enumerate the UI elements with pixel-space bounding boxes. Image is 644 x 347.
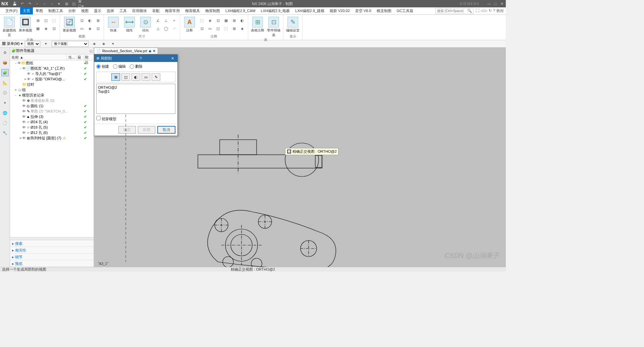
ribbon-icon[interactable]: ⬚ [198, 17, 206, 24]
ribbon-icon[interactable]: ⊞ [34, 17, 42, 24]
menu-file[interactable]: 文件(F) [3, 7, 20, 14]
search-box[interactable]: 🔍 [435, 8, 474, 14]
ribbon-icon[interactable]: ∠ [154, 17, 162, 24]
menu-lxh1[interactable]: LXH编程2.9_CAM [223, 7, 258, 14]
fullscreen-icon[interactable]: ⛶ [476, 8, 479, 13]
menu-tools[interactable]: 工具 [117, 7, 129, 14]
tree-row[interactable]: +□组 [10, 87, 94, 92]
close-icon[interactable]: ✕ [499, 2, 504, 6]
search-input[interactable] [437, 9, 467, 13]
rail-icon[interactable]: 🔧 [1, 129, 9, 137]
toolbar-icon[interactable]: ◈ [91, 40, 98, 48]
ribbon-icon[interactable]: ◯ [162, 25, 170, 32]
menu-ms[interactable]: 模圣制图 [374, 7, 394, 14]
qat-icon[interactable]: ▫ [34, 1, 40, 7]
quick-dim-button[interactable]: ↔快速 [106, 17, 121, 33]
filter-select-1[interactable]: 视图 [25, 41, 40, 47]
radial-dim-button[interactable]: ⊙径向 [138, 17, 153, 33]
ribbon-icon[interactable]: ⊡ [50, 25, 58, 32]
window-menu[interactable]: 窗口▾ [78, 1, 84, 7]
qat-icon[interactable]: ▫ [49, 1, 55, 7]
part-navigator-icon[interactable]: 🧩 [1, 69, 9, 76]
tree-row[interactable]: 👁○Ø24 孔 (4)✔ [10, 119, 94, 125]
rail-icon[interactable]: 📦 [1, 59, 9, 66]
ribbon-icon[interactable]: ◈ [86, 25, 94, 32]
new-sheet-button[interactable]: 📄新建图纸页 [2, 17, 17, 38]
tree-row[interactable]: -●模型历史记录 [10, 92, 94, 98]
section-search[interactable]: ▸ 搜索 [10, 240, 94, 247]
menu-draft-tools[interactable]: 制图工具 [46, 7, 66, 14]
tree-row[interactable]: +👁⊞阵列特征 [圆形] (7)⚠✔ [10, 135, 94, 141]
redo-icon[interactable]: ↷ [26, 1, 33, 7]
search-icon[interactable]: 🔍 [467, 9, 472, 13]
rail-icon[interactable]: 📐 [1, 79, 9, 86]
ribbon-icon[interactable]: ⊞ [94, 17, 102, 24]
drawing-canvas[interactable]: 📄 Revolved_Section_View.prt ◆ ✕ ⚙ 局部剖 ? … [94, 48, 506, 267]
minimize-icon[interactable]: — [486, 2, 492, 6]
tree-row[interactable]: -👁📁图纸✔ [10, 60, 94, 66]
tree-row[interactable]: +👁▫投影 "ORTHO@...✔ [10, 76, 94, 82]
qat-icon[interactable]: ◫ [71, 1, 77, 7]
ribbon-icon[interactable]: ≈ [170, 17, 178, 24]
parts-list-button[interactable]: ⊡零件明细表 [266, 17, 281, 38]
ribbon-icon[interactable]: ▦ [222, 17, 230, 24]
section-preview[interactable]: ▸ 预览 [10, 260, 94, 267]
ribbon-icon[interactable]: ⬚ [222, 25, 230, 32]
menu-lxh2[interactable]: LXH编程2.9_电极 [258, 7, 292, 14]
rail-icon[interactable]: ✦ [1, 99, 9, 107]
menu-lxh3[interactable]: LXH编程2.9_建模 [292, 7, 327, 14]
menu-gc[interactable]: GC工具箱 [394, 7, 416, 14]
menu-app[interactable]: 应用模块 [129, 7, 150, 14]
tutorial-link[interactable]: 教程 [496, 8, 504, 13]
ribbon-icon[interactable]: ◈ [238, 25, 246, 32]
tree-row[interactable]: 👁▲拉伸 (3)✔ [10, 114, 94, 119]
menu-select[interactable]: 选择 [104, 7, 117, 14]
ribbon-icon[interactable]: ◫ [214, 25, 222, 32]
tree-row[interactable]: 👁○Ø18 孔 (5)✔ [10, 125, 94, 130]
navigator-tree[interactable]: -👁📁图纸✔-👁📄图纸页 "A3_1" (工作)✔ 👁▫导入的 "Top@1"✔… [10, 60, 94, 237]
undo-icon[interactable]: ↶ [19, 1, 25, 7]
tree-row[interactable]: 👁⊕基准坐标系 (0) [10, 98, 94, 103]
linear-dim-button[interactable]: ⟷线性 [122, 17, 137, 33]
menu-assembly[interactable]: 装配 [150, 7, 162, 14]
ribbon-icon[interactable]: ◫ [42, 17, 50, 24]
ribbon-icon[interactable]: ⬚ [50, 17, 58, 24]
save-icon[interactable]: 💾 [12, 1, 18, 7]
ribbon-icon[interactable]: ⟋ [170, 25, 178, 32]
note-button[interactable]: A注释 [182, 17, 197, 33]
menu-sketch[interactable]: 草图 [33, 7, 46, 14]
qat-icon[interactable]: ⊞ [63, 1, 69, 7]
menu-analysis[interactable]: 分析 [66, 7, 78, 14]
tree-row[interactable]: 👁○Ø12 孔 (6)✔ [10, 130, 94, 135]
filter-select-2[interactable]: 整个装配 [52, 41, 89, 47]
ribbon-icon[interactable]: ⊡ [198, 25, 206, 32]
section-detail[interactable]: ▸ 细节 [10, 254, 94, 260]
ribbon-icon[interactable]: ⊡ [94, 25, 102, 32]
ribbon-icon[interactable]: ▭ [206, 25, 214, 32]
menu-nx[interactable]: 能新 V20.02 [327, 7, 353, 14]
ribbon-icon[interactable]: ◐ [238, 17, 246, 24]
menu-view[interactable]: 视图 [78, 7, 91, 14]
fwd-icon[interactable]: ▷ [485, 8, 487, 13]
ribbon-icon[interactable]: ⊡ [78, 17, 86, 24]
edit-settings-button[interactable]: ✎编辑设置 [285, 17, 300, 33]
help-icon[interactable]: ? [493, 8, 495, 13]
menu-ml2[interactable]: 梅雷模具 [182, 7, 203, 14]
menu-xk[interactable]: 星空 V8.0 [353, 7, 374, 14]
toolbar-icon[interactable]: ▾ [109, 40, 117, 48]
update-view-button[interactable]: 🔄更新视图 [62, 17, 77, 33]
tree-row[interactable]: 👁✎草图 (2) "SKETCH_0...✔ [10, 109, 94, 114]
menu-ml1[interactable]: 梅雷常用 [162, 7, 182, 14]
menu-ml3[interactable]: 梅雷制图 [203, 7, 223, 14]
tree-row[interactable]: -👁📄图纸页 "A3_1" (工作)✔ [10, 66, 94, 71]
rail-icon[interactable]: 🕐 [1, 119, 9, 127]
ribbon-icon[interactable]: ⊞ [230, 25, 238, 32]
refresh-icon[interactable]: ↻ [489, 8, 492, 13]
ribbon-icon[interactable]: ◈ [42, 25, 50, 32]
qat-icon[interactable]: ▫ [41, 1, 47, 7]
ribbon-icon[interactable]: ◈ [206, 17, 214, 24]
back-icon[interactable]: ◁ [481, 8, 483, 13]
ribbon-icon[interactable]: ⊥ [162, 17, 170, 24]
rail-icon[interactable]: ⚙ [1, 49, 9, 56]
maximize-icon[interactable]: □ [493, 2, 498, 6]
